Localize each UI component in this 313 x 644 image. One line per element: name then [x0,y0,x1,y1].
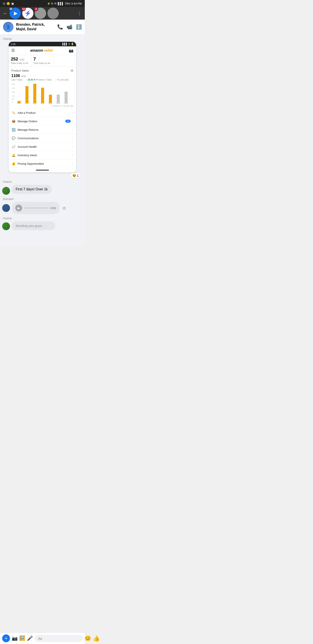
pricing-opportunities-icon: 💰 [12,162,15,165]
story-play[interactable]: 20 ▶ [9,8,21,19]
chat-avatar: 👤 [3,22,13,32]
google-icon: G [3,2,5,5]
product-sales-section: Product Sales ⚙ 1106 USD Last 7 days ↑ 1… [9,66,76,81]
scroll-indicator [9,168,76,172]
stats-row: 252 USD Sales today so far 7 Units today… [9,55,76,66]
hamburger-icon[interactable]: ☰ [11,48,15,53]
communications-icon: 💬 [12,136,15,140]
messenger-icon: ⚡ [24,10,31,17]
info-icon[interactable]: ℹ️ [76,24,82,30]
back-arrow-icon[interactable]: ← [3,11,7,16]
amazon-app-header: ☰ amazon seller 📷 [9,46,76,55]
message-row-patrick2: Patrick First 7 days! Over 1k [2,180,83,195]
manage-orders-arrow: › [72,120,73,123]
sender-label-patrick2: Patrick [3,180,83,184]
units-value: 7 [33,56,51,62]
bluetooth-icon: ⚡ [47,2,50,5]
manage-returns-label: Manage Returns [17,128,72,132]
menu-item-manage-returns[interactable]: ↩️ Manage Returns › [9,126,76,134]
pricing-opportunities-label: Pricing Opportunities [17,162,72,165]
reaction-badge[interactable]: 😍 1 [71,173,80,178]
message-row-patrick3: Patrick Sending you guys... [2,217,83,230]
pricing-opportunities-arrow: › [72,162,73,165]
more-options-icon[interactable]: ⋮ [77,11,82,16]
audio-bubble[interactable]: ▶ 0:01 [12,202,59,214]
account-health-label: Account Health [17,145,72,148]
svg-text:50: 50 [12,98,14,100]
sender-label-patrick3: Patrick [3,217,83,220]
wifi-icon: ᪤ [54,2,57,5]
message-row-brenden: Brenden ▶ 0:01 ⎋ [2,197,83,214]
ps-prev: ↑ 18.3k % Previous 7 days [26,78,51,81]
svg-text:200: 200 [12,87,15,89]
story-image1[interactable]: 3 [35,8,46,19]
sales-label: Sales today so far [11,62,29,64]
units-label: Units today so far [33,62,51,64]
ps-header: Product Sales ⚙ [11,68,73,73]
patrick2-avatar-img [2,222,10,230]
chart-updated: Updated 17 minutes ago [9,105,76,108]
account-health-arrow: › [72,145,73,148]
manage-returns-icon: ↩️ [12,128,15,132]
bar-nov24 [64,92,68,103]
communications-label: Communications [17,137,72,140]
ps-year: -- % Last year [55,78,69,81]
amazon-camera-icon[interactable]: 📷 [69,48,73,53]
patrick2-avatar [2,222,10,230]
svg-text:Nov 20: Nov 20 [32,103,37,104]
add-product-label: Add a Product [17,111,72,114]
menu-item-manage-orders[interactable]: 📦 Manage Orders 14 › [9,117,76,126]
ps-gear-icon[interactable]: ⚙ [70,68,73,73]
menu-item-pricing-opportunities[interactable]: 💰 Pricing Opportunities › [9,160,76,168]
sales-stat: 252 USD Sales today so far [9,55,31,66]
amazon-logo: amazon seller [30,48,53,52]
audio-share-icon[interactable]: ⎋ [63,206,66,210]
battery-text: 78% [65,2,70,5]
manage-orders-icon: 📦 [12,120,15,123]
svg-text:150: 150 [12,91,15,93]
menu-list: 🏷️ Add a Product › 📦 Manage Orders 14 › … [9,108,76,168]
reaction-emoji: 😍 [72,174,76,177]
svg-text:250: 250 [12,83,15,85]
svg-text:Nov 23: Nov 23 [56,103,61,104]
menu-item-add-product[interactable]: 🏷️ Add a Product › [9,108,76,117]
extra-stat [54,55,76,66]
truncated-message: Sending you guys... [12,221,55,230]
svg-text:0: 0 [12,101,13,103]
play-icon: ▶ [14,10,17,16]
story-image2[interactable] [47,8,59,19]
sender-label-brenden: Brenden [3,197,83,200]
svg-text:Nov 22: Nov 22 [48,103,53,104]
card-status-bar: 2:35 ▌▌▌ ✈ 🔋 [9,42,76,46]
nfc-icon: N [51,2,53,5]
scroll-bar [36,170,49,170]
ps-amount: 1106 USD [11,74,73,78]
menu-item-communications[interactable]: 💬 Communications › [9,134,76,142]
brenden-avatar-img [2,204,10,212]
brenden-avatar [2,204,10,212]
story-messenger[interactable]: 13 ⚡ [22,8,33,19]
svg-text:100: 100 [12,95,15,97]
menu-item-account-health[interactable]: 📈 Account Health › [9,142,76,151]
audio-play-button[interactable]: ▶ [15,204,22,212]
menu-item-inventory-alerts[interactable]: 🔔 Inventory Alerts › [9,151,76,160]
units-stat: 7 Units today so far [31,55,54,66]
add-product-icon: 🏷️ [12,111,15,114]
patrick-avatar [2,187,10,195]
svg-text:Nov 19: Nov 19 [24,103,29,104]
inventory-alerts-icon: 🔔 [12,154,15,157]
status-bar: G 😊 ▣ ⚡ N ᪤ ▌▌▌ 78% 3:44 PM [0,0,85,7]
stories-row: 20 ▶ 13 ⚡ 3 [9,8,75,19]
inventory-alerts-label: Inventory Alerts [17,154,72,157]
message-bubble-first7days: First 7 days! Over 1k [12,185,52,194]
svg-text:Nov 24: Nov 24 [64,103,68,104]
bar-nov22 [49,95,52,103]
bar-nov19 [25,86,28,103]
chat-header: 👤 Brenden, Patrick, Majid, David 📞 📹 ℹ️ [0,20,85,34]
phone-icon[interactable]: 📞 [57,24,63,30]
add-product-arrow: › [72,111,73,114]
video-icon[interactable]: 📹 [66,24,72,30]
chat-names: Brenden, Patrick, Majid, David [16,22,54,32]
signal-icon: ▌▌▌ [58,2,64,5]
manage-orders-label: Manage Orders [17,120,65,123]
